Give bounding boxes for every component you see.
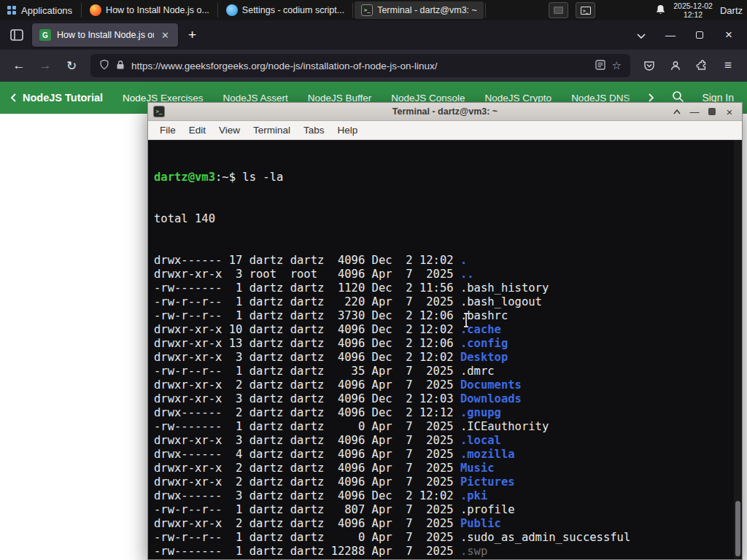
- window-icon: [554, 7, 563, 14]
- taskbar-item[interactable]: How to Install Node.js o...: [83, 1, 216, 19]
- terminal-line: drwxr-xr-x 2 dartz dartz 4096 Apr 7 2025…: [154, 378, 732, 392]
- terminal-menu-item[interactable]: Tabs: [298, 122, 330, 138]
- directory-name: Templates: [460, 559, 522, 559]
- directory-name: Documents: [460, 378, 522, 392]
- terminal-minimize-button[interactable]: —: [687, 105, 702, 118]
- directory-name: Desktop: [460, 351, 508, 364]
- applications-menu-button[interactable]: Applications: [0, 0, 80, 20]
- terminal-line: drwxr-xr-x 13 dartz dartz 4096 Dec 2 12:…: [154, 337, 732, 351]
- hamburger-menu-icon[interactable]: ≡: [716, 54, 740, 77]
- panel-clock[interactable]: 2025-12-02 12:12: [673, 1, 713, 19]
- terminal-line: drwxr-xr-x 2 dartz dartz 4096 Apr 7 2025…: [154, 462, 732, 475]
- browser-tab-bar: G How to Install Node.js on ✕ + — ×: [0, 20, 747, 50]
- directory-name: .pki: [460, 489, 487, 502]
- file-name: .bash_logout: [460, 295, 542, 308]
- terminal-scrollbar[interactable]: [734, 140, 742, 559]
- terminal-command: ls -la: [242, 171, 283, 184]
- firefox-view-icon[interactable]: [6, 25, 28, 45]
- terminal-line: -rw-r--r-- 1 dartz dartz 35 Apr 7 2025 .…: [154, 365, 732, 378]
- taskbar-separator: [352, 3, 353, 18]
- forward-icon[interactable]: →: [34, 54, 57, 77]
- terminal-menubar: FileEditViewTerminalTabsHelp: [148, 121, 742, 140]
- directory-name: .: [460, 254, 467, 267]
- window-maximize-button[interactable]: [687, 29, 712, 41]
- new-tab-button[interactable]: +: [182, 27, 202, 43]
- url-text: https://www.geeksforgeeks.org/node-js/in…: [131, 61, 589, 71]
- file-name: .sudo_as_admin_successful: [460, 531, 630, 544]
- username-label: Dartz: [720, 5, 744, 16]
- terminal-line: -rw-r--r-- 1 dartz dartz 220 Apr 7 2025 …: [154, 295, 732, 309]
- taskbar-item[interactable]: >_Terminal - dartz@vm3: ~: [355, 1, 484, 19]
- file-name: .swp: [460, 545, 487, 558]
- scrollbar-thumb[interactable]: [735, 501, 740, 556]
- taskbar-item-label: Terminal - dartz@vm3: ~: [377, 5, 477, 15]
- tab-title: How to Install Node.js on: [57, 30, 154, 40]
- taskbar-item[interactable]: Settings - codium script...: [220, 1, 351, 19]
- top-panel: Applications How to Install Node.js o...…: [0, 0, 747, 20]
- terminal-window-icon: >_: [153, 106, 165, 117]
- desktop: Applications How to Install Node.js o...…: [0, 0, 747, 560]
- panel-separator: [81, 3, 82, 18]
- directory-name: .local: [460, 434, 501, 447]
- terminal-line: drwx------ 4 dartz dartz 4096 Apr 7 2025…: [154, 448, 732, 462]
- window-close-button[interactable]: ×: [716, 28, 741, 42]
- directory-name: Pictures: [460, 475, 515, 489]
- reload-icon[interactable]: ↻: [60, 54, 83, 77]
- terminal-menu-item[interactable]: View: [213, 122, 246, 138]
- terminal-viewport[interactable]: dartz@vm3:~$ ls -la total 140 drwx------…: [148, 140, 742, 559]
- terminal-close-button[interactable]: ×: [722, 105, 737, 118]
- tab-close-icon[interactable]: ✕: [160, 30, 171, 41]
- account-icon[interactable]: [664, 54, 687, 77]
- file-name: .profile: [460, 503, 515, 516]
- terminal-menu-item[interactable]: Edit: [183, 122, 212, 138]
- terminal-shade-button[interactable]: [670, 105, 684, 118]
- url-bar[interactable]: https://www.geeksforgeeks.org/node-js/in…: [90, 54, 630, 77]
- chevron-right-icon[interactable]: [649, 93, 654, 102]
- notifications-bell-icon[interactable]: [655, 4, 666, 18]
- terminal-prompt-line: dartz@vm3:~$ ls -la: [154, 171, 732, 184]
- terminal-line: drwx------ 17 dartz dartz 4096 Dec 2 12:…: [154, 254, 732, 268]
- back-icon[interactable]: ←: [7, 54, 31, 77]
- terminal-line: drwx------ 2 dartz dartz 4096 Dec 2 12:1…: [154, 406, 732, 420]
- terminal-menu-item[interactable]: File: [154, 122, 182, 138]
- extensions-puzzle-icon[interactable]: [690, 54, 713, 77]
- pocket-icon[interactable]: [638, 54, 661, 77]
- browser-tab[interactable]: G How to Install Node.js on ✕: [32, 23, 178, 47]
- terminal-line: -rw-r--r-- 1 dartz dartz 807 Apr 7 2025 …: [154, 503, 732, 517]
- directory-name: Music: [460, 462, 495, 475]
- firefox-icon: [90, 4, 101, 16]
- directory-name: .config: [460, 337, 508, 350]
- terminal-maximize-button[interactable]: [705, 105, 719, 118]
- terminal-line: -rw------- 1 dartz dartz 1120 Dec 2 11:5…: [154, 281, 732, 295]
- terminal-titlebar[interactable]: >_ Terminal - dartz@vm3: ~ — ×: [148, 103, 742, 121]
- tracking-shield-icon[interactable]: [99, 59, 109, 72]
- reader-mode-icon[interactable]: [595, 60, 605, 72]
- file-name: .bash_history: [460, 281, 549, 295]
- codium-icon: [226, 4, 238, 16]
- terminal-menu-item[interactable]: Terminal: [247, 122, 296, 138]
- terminal-icon: >_: [581, 7, 591, 15]
- terminal-line: drwxr-xr-x 2 dartz dartz 4096 Apr 7 2025…: [154, 517, 732, 531]
- taskbar-separator: [217, 3, 218, 18]
- clock-date: 2025-12-02: [673, 1, 713, 10]
- taskbar-separator: [485, 3, 486, 18]
- terminal-line: drwxr-xr-x 3 dartz dartz 4096 Dec 2 12:0…: [154, 392, 732, 406]
- terminal-menu-item[interactable]: Help: [332, 122, 364, 138]
- terminal-line: -rw------- 1 dartz dartz 12288 Apr 7 202…: [154, 545, 732, 559]
- tray-terminal-icon[interactable]: >_: [576, 2, 595, 18]
- tray-window-icon[interactable]: [549, 2, 568, 18]
- directory-name: .gnupg: [460, 406, 501, 419]
- applications-icon: [7, 6, 16, 15]
- terminal-window: >_ Terminal - dartz@vm3: ~ — × FileEditV…: [147, 102, 743, 560]
- terminal-line: drwxr-xr-x 3 root root 4096 Apr 7 2025 .…: [154, 268, 732, 281]
- site-nav-primary[interactable]: NodeJS Tutorial: [10, 92, 103, 104]
- window-minimize-button[interactable]: —: [658, 29, 683, 41]
- taskbar-item-label: Settings - codium script...: [242, 5, 344, 15]
- terminal-line: drwxr-xr-x 2 dartz dartz 4096 Apr 7 2025…: [154, 559, 732, 559]
- directory-name: ..: [460, 268, 474, 281]
- terminal-line: drwx------ 3 dartz dartz 4096 Dec 2 12:0…: [154, 489, 732, 503]
- list-tabs-chevron-icon[interactable]: [629, 29, 654, 41]
- lock-icon[interactable]: [116, 60, 125, 72]
- terminal-line: -rw-r--r-- 1 dartz dartz 3730 Dec 2 12:0…: [154, 309, 732, 323]
- bookmark-star-icon[interactable]: ☆: [612, 59, 622, 72]
